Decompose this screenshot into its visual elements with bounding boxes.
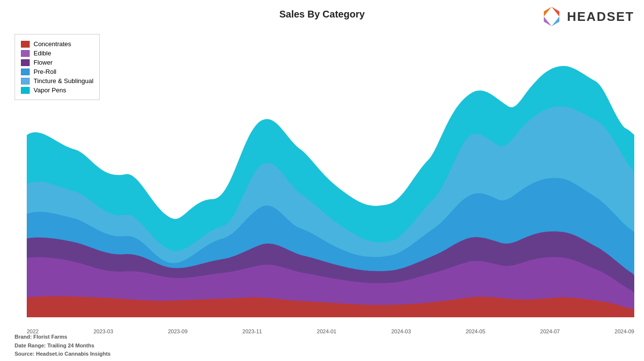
footer-source: Source: Headset.io Cannabis Insights	[15, 350, 110, 359]
footer-info: Brand: Florist Farms Date Range: Trailin…	[15, 333, 110, 359]
x-label-2024-03: 2024-03	[391, 328, 411, 334]
footer-brand: Brand: Florist Farms	[15, 333, 110, 342]
footer-source-label: Source:	[15, 351, 35, 357]
x-label-2023-09: 2023-09	[168, 328, 187, 334]
chart-container: HEADSET Sales By Category Concentrates E…	[0, 0, 644, 361]
x-label-2024-07: 2024-07	[540, 328, 560, 334]
x-label-2023-11: 2023-11	[242, 328, 262, 334]
chart-area	[27, 32, 634, 317]
footer-daterange: Date Range: Trailing 24 Months	[15, 342, 110, 350]
logo-text: HEADSET	[567, 9, 634, 24]
footer-brand-label: Brand:	[15, 334, 32, 340]
logo: HEADSET	[540, 5, 634, 28]
footer-daterange-label: Date Range:	[15, 343, 46, 348]
footer-daterange-value: Trailing 24 Months	[47, 343, 94, 348]
x-label-2024-05: 2024-05	[465, 328, 485, 334]
x-label-2024-09: 2024-09	[615, 328, 634, 334]
x-label-2024-01: 2024-01	[317, 328, 336, 334]
svg-marker-0	[543, 6, 560, 27]
footer-brand-value: Florist Farms	[34, 334, 68, 340]
x-axis-labels: 2022 2023-03 2023-09 2023-11 2024-01 202…	[27, 328, 634, 334]
footer-source-value: Headset.io Cannabis Insights	[36, 351, 110, 357]
headset-logo-icon	[540, 5, 563, 28]
area-chart-svg	[27, 32, 634, 317]
